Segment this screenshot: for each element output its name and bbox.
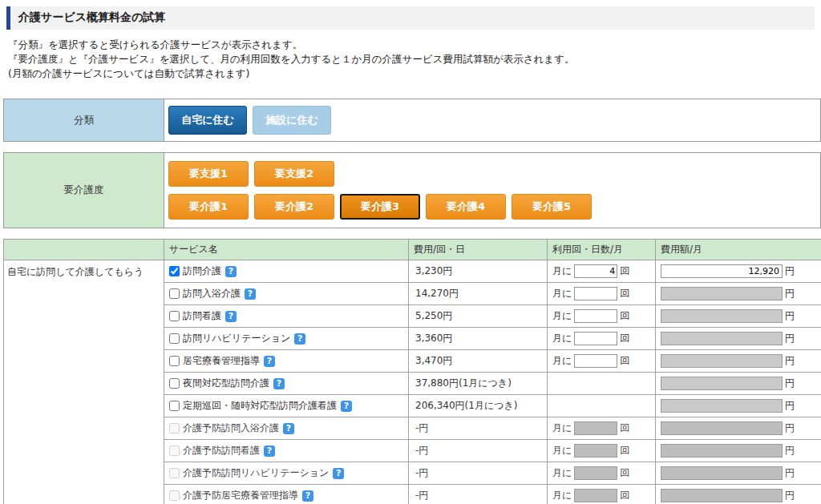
yen-unit-label: 円 bbox=[785, 333, 795, 344]
usage-prefix-label: 月に bbox=[552, 467, 572, 478]
care-level-button[interactable]: 要介護5 bbox=[512, 194, 592, 220]
amount-input[interactable] bbox=[661, 466, 783, 480]
usage-count-input[interactable] bbox=[574, 264, 617, 278]
service-name-cell: 夜間対応型訪問介護? bbox=[164, 373, 409, 395]
yen-unit-label: 円 bbox=[785, 467, 795, 478]
help-icon[interactable]: ? bbox=[264, 356, 275, 367]
category-button[interactable]: 自宅に住む bbox=[168, 106, 247, 135]
amount-input[interactable] bbox=[661, 421, 783, 435]
service-amount-cell: 円 bbox=[656, 373, 821, 395]
service-table: サービス名 費用/回・日 利用回・日数/月 費用額/月 自宅に訪問して介護しても… bbox=[3, 239, 821, 504]
usage-count-input[interactable] bbox=[574, 489, 617, 502]
header-cost: 費用/回・日 bbox=[409, 240, 548, 260]
service-usage-cell: 月に回 bbox=[548, 462, 656, 485]
care-level-button[interactable]: 要介護2 bbox=[254, 194, 334, 220]
help-icon[interactable]: ? bbox=[341, 401, 352, 412]
service-amount-cell: 円 bbox=[656, 328, 821, 350]
service-name-cell: 訪問リハビリテーション? bbox=[164, 328, 409, 350]
care-level-button[interactable]: 要介護3 bbox=[340, 194, 420, 220]
care-level-row-2: 要介護1要介護2要介護3要介護4要介護5 bbox=[168, 194, 816, 220]
usage-count-input[interactable] bbox=[574, 287, 617, 300]
service-checkbox[interactable] bbox=[169, 423, 180, 433]
usage-count-input[interactable] bbox=[574, 466, 617, 480]
service-name: 訪問入浴介護 bbox=[183, 288, 241, 299]
help-icon[interactable]: ? bbox=[333, 468, 344, 479]
service-checkbox[interactable] bbox=[169, 356, 180, 366]
care-level-button[interactable]: 要支援1 bbox=[168, 161, 249, 187]
amount-input[interactable] bbox=[661, 287, 783, 300]
service-usage-cell: 月に回 bbox=[548, 283, 656, 305]
service-name-cell: 訪問介護? bbox=[164, 260, 409, 283]
service-usage-cell: 月に回 bbox=[548, 305, 656, 328]
service-group-label: 自宅に訪問して介護してもらう bbox=[4, 260, 164, 504]
amount-input[interactable] bbox=[661, 332, 783, 345]
amount-input[interactable] bbox=[661, 399, 783, 413]
service-cost: 5,250円 bbox=[409, 305, 548, 328]
usage-count-input[interactable] bbox=[574, 309, 617, 323]
care-level-button[interactable]: 要支援2 bbox=[254, 161, 334, 187]
amount-input[interactable] bbox=[661, 489, 783, 502]
page-title: 介護サービス概算料金の試算 bbox=[6, 6, 815, 30]
service-checkbox[interactable] bbox=[169, 288, 180, 299]
help-icon[interactable]: ? bbox=[273, 378, 285, 389]
care-level-row-1: 要支援1要支援2 bbox=[168, 161, 816, 187]
service-checkbox[interactable] bbox=[169, 378, 180, 389]
usage-count-input[interactable] bbox=[574, 332, 617, 345]
usage-count-input[interactable] bbox=[574, 421, 617, 435]
category-section: 分類 自宅に住む施設に住む bbox=[3, 99, 821, 142]
service-amount-cell: 円 bbox=[656, 485, 821, 504]
service-amount-cell: 円 bbox=[656, 260, 821, 283]
service-table-body: 自宅に訪問して介護してもらう訪問介護?3,230円月に回円訪問入浴介護?14,2… bbox=[4, 260, 821, 504]
service-cost: -円 bbox=[409, 440, 548, 462]
help-icon[interactable]: ? bbox=[264, 446, 275, 457]
amount-input[interactable] bbox=[661, 309, 783, 323]
usage-count-input[interactable] bbox=[574, 444, 617, 458]
amount-input[interactable] bbox=[661, 264, 783, 278]
service-cost: 3,470円 bbox=[409, 350, 548, 373]
yen-unit-label: 円 bbox=[785, 265, 795, 276]
category-button[interactable]: 施設に住む bbox=[253, 106, 331, 135]
service-name: 介護予防訪問看護 bbox=[183, 445, 260, 456]
service-checkbox[interactable] bbox=[169, 266, 180, 276]
service-checkbox[interactable] bbox=[169, 468, 180, 478]
yen-unit-label: 円 bbox=[785, 422, 795, 433]
service-checkbox[interactable] bbox=[169, 311, 180, 321]
service-cost: -円 bbox=[409, 417, 548, 440]
help-icon[interactable]: ? bbox=[225, 266, 237, 277]
service-usage-cell: 月に回 bbox=[548, 440, 656, 462]
amount-input[interactable] bbox=[661, 377, 783, 390]
service-usage-cell: 月に回 bbox=[548, 417, 656, 440]
amount-input[interactable] bbox=[661, 444, 783, 458]
usage-unit-label: 回 bbox=[620, 422, 629, 433]
usage-prefix-label: 月に bbox=[552, 490, 572, 501]
service-checkbox[interactable] bbox=[169, 446, 180, 456]
service-name-cell: 訪問入浴介護? bbox=[164, 283, 409, 305]
service-checkbox[interactable] bbox=[169, 401, 180, 411]
service-name: 介護予防訪問リハビリテーション bbox=[183, 467, 329, 478]
help-icon[interactable]: ? bbox=[283, 423, 294, 434]
help-icon[interactable]: ? bbox=[294, 333, 305, 345]
service-checkbox[interactable] bbox=[169, 490, 180, 501]
usage-prefix-label: 月に bbox=[552, 422, 572, 433]
service-name-cell: 定期巡回・随時対応型訪問介護看護? bbox=[164, 395, 409, 417]
help-icon[interactable]: ? bbox=[245, 288, 256, 300]
service-name: 介護予防居宅療養管理指導 bbox=[183, 490, 298, 501]
service-name-cell: 介護予防訪問リハビリテーション? bbox=[164, 462, 409, 485]
service-name: 居宅療養管理指導 bbox=[183, 355, 260, 366]
service-usage-cell: 月に回 bbox=[548, 260, 656, 283]
service-checkbox[interactable] bbox=[169, 333, 180, 344]
usage-count-input[interactable] bbox=[574, 354, 617, 368]
page-title-text: 介護サービス概算料金の試算 bbox=[18, 10, 165, 23]
usage-unit-label: 回 bbox=[620, 333, 629, 344]
help-icon[interactable]: ? bbox=[225, 311, 237, 322]
help-icon[interactable]: ? bbox=[302, 490, 313, 502]
header-corner bbox=[4, 240, 164, 260]
service-name: 訪問看護 bbox=[183, 310, 221, 321]
header-amount: 費用額/月 bbox=[656, 240, 821, 260]
service-row: 自宅に訪問して介護してもらう訪問介護?3,230円月に回円 bbox=[4, 260, 821, 283]
service-name: 訪問リハビリテーション bbox=[183, 333, 290, 344]
amount-input[interactable] bbox=[661, 354, 783, 368]
service-amount-cell: 円 bbox=[656, 283, 821, 305]
care-level-button[interactable]: 要介護4 bbox=[426, 194, 506, 220]
care-level-button[interactable]: 要介護1 bbox=[168, 194, 249, 220]
